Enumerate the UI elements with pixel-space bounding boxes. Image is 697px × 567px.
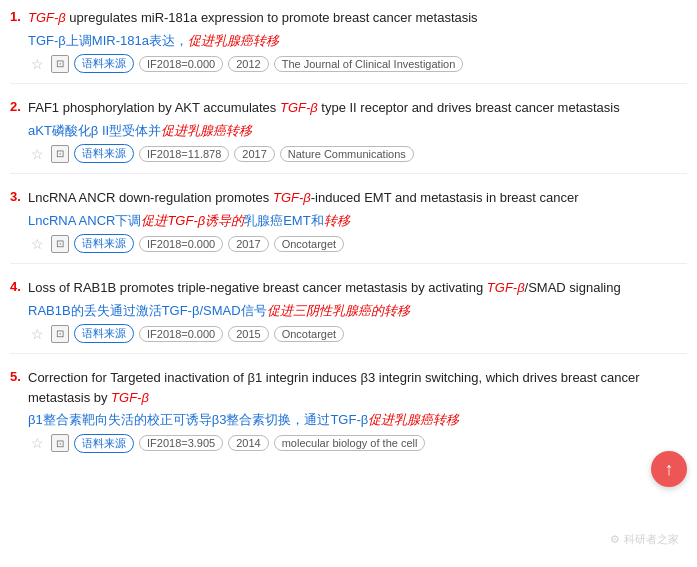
watermark: ⚙ 科研者之家 <box>610 532 679 547</box>
title-chinese: aKT磷酸化β II型受体并促进乳腺癌转移 <box>28 121 687 141</box>
watermark-text: 科研者之家 <box>624 532 679 547</box>
year-tag[interactable]: 2014 <box>228 435 268 451</box>
meta-row: ☆⊡语料来源IF2018=3.9052014molecular biology … <box>28 434 687 453</box>
source-tag[interactable]: 语料来源 <box>74 434 134 453</box>
list-item: 1.TGF-β upregulates miR-181a expression … <box>10 8 687 84</box>
results-container: 1.TGF-β upregulates miR-181a expression … <box>0 0 697 485</box>
list-item: 2.FAF1 phosphorylation by AKT accumulate… <box>10 98 687 174</box>
title-english: LncRNA ANCR down-regulation promotes TGF… <box>28 188 687 208</box>
year-tag[interactable]: 2017 <box>234 146 274 162</box>
copy-icon[interactable]: ⊡ <box>51 434 69 452</box>
star-icon[interactable]: ☆ <box>28 325 46 343</box>
title-english: Loss of RAB1B promotes triple-negative b… <box>28 278 687 298</box>
journal-tag[interactable]: Nature Communications <box>280 146 414 162</box>
scroll-top-button[interactable]: ↑ <box>651 451 687 487</box>
title-chinese: TGF-β上调MIR-181a表达，促进乳腺癌转移 <box>28 31 687 51</box>
item-number: 3. <box>10 188 28 204</box>
title-english: FAF1 phosphorylation by AKT accumulates … <box>28 98 687 118</box>
if-tag[interactable]: IF2018=11.878 <box>139 146 229 162</box>
title-english: TGF-β upregulates miR-181a expression to… <box>28 8 687 28</box>
meta-row: ☆⊡语料来源IF2018=0.0002015Oncotarget <box>28 324 687 343</box>
watermark-icon: ⚙ <box>610 533 620 546</box>
list-item: 4.Loss of RAB1B promotes triple-negative… <box>10 278 687 354</box>
source-tag[interactable]: 语料来源 <box>74 234 134 253</box>
item-number: 1. <box>10 8 28 24</box>
copy-icon[interactable]: ⊡ <box>51 55 69 73</box>
star-icon[interactable]: ☆ <box>28 145 46 163</box>
star-icon[interactable]: ☆ <box>28 434 46 452</box>
journal-tag[interactable]: The Journal of Clinical Investigation <box>274 56 464 72</box>
year-tag[interactable]: 2012 <box>228 56 268 72</box>
star-icon[interactable]: ☆ <box>28 55 46 73</box>
source-tag[interactable]: 语料来源 <box>74 54 134 73</box>
source-tag[interactable]: 语料来源 <box>74 144 134 163</box>
meta-row: ☆⊡语料来源IF2018=0.0002012The Journal of Cli… <box>28 54 687 73</box>
source-tag[interactable]: 语料来源 <box>74 324 134 343</box>
meta-row: ☆⊡语料来源IF2018=11.8782017Nature Communicat… <box>28 144 687 163</box>
title-chinese: β1整合素靶向失活的校正可诱导β3整合素切换，通过TGF-β促进乳腺癌转移 <box>28 410 687 430</box>
item-number: 2. <box>10 98 28 114</box>
journal-tag[interactable]: Oncotarget <box>274 326 344 342</box>
title-english: Correction for Targeted inactivation of … <box>28 368 687 407</box>
item-number: 5. <box>10 368 28 384</box>
if-tag[interactable]: IF2018=0.000 <box>139 236 223 252</box>
if-tag[interactable]: IF2018=0.000 <box>139 56 223 72</box>
year-tag[interactable]: 2017 <box>228 236 268 252</box>
item-number: 4. <box>10 278 28 294</box>
journal-tag[interactable]: molecular biology of the cell <box>274 435 426 451</box>
copy-icon[interactable]: ⊡ <box>51 145 69 163</box>
copy-icon[interactable]: ⊡ <box>51 325 69 343</box>
list-item: 3.LncRNA ANCR down-regulation promotes T… <box>10 188 687 264</box>
if-tag[interactable]: IF2018=0.000 <box>139 326 223 342</box>
title-chinese: LncRNA ANCR下调促进TGF-β诱导的乳腺癌EMT和转移 <box>28 211 687 231</box>
meta-row: ☆⊡语料来源IF2018=0.0002017Oncotarget <box>28 234 687 253</box>
year-tag[interactable]: 2015 <box>228 326 268 342</box>
copy-icon[interactable]: ⊡ <box>51 235 69 253</box>
if-tag[interactable]: IF2018=3.905 <box>139 435 223 451</box>
star-icon[interactable]: ☆ <box>28 235 46 253</box>
journal-tag[interactable]: Oncotarget <box>274 236 344 252</box>
title-chinese: RAB1B的丢失通过激活TGF-β/SMAD信号促进三阴性乳腺癌的转移 <box>28 301 687 321</box>
list-item: 5.Correction for Targeted inactivation o… <box>10 368 687 463</box>
